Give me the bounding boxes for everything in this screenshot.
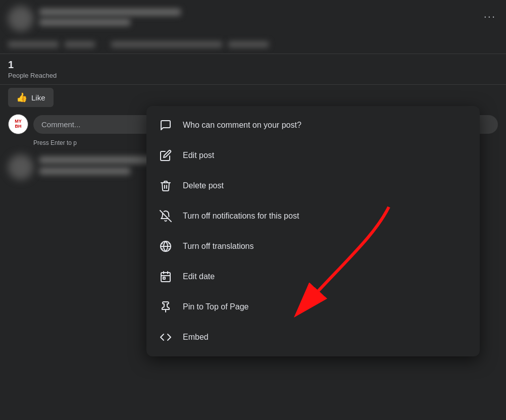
- menu-item-edit-date[interactable]: Edit date: [146, 261, 480, 292]
- blur-subline-4: [228, 41, 269, 47]
- blur-sub-line: [39, 19, 130, 26]
- menu-item-delete-post[interactable]: Delete post: [146, 171, 480, 201]
- edit-icon: [157, 146, 175, 165]
- blur-subline-2: [65, 41, 95, 47]
- avatar: MY BH: [8, 114, 28, 134]
- blur-name-line: [39, 9, 181, 16]
- avatar-line2: BH: [15, 124, 22, 129]
- menu-label-who-can-comment: Who can comment on your post?: [183, 121, 301, 130]
- comment-placeholder: Comment...: [41, 120, 81, 129]
- blur-subline-3: [111, 41, 222, 47]
- menu-label-embed: Embed: [183, 333, 209, 342]
- menu-item-who-can-comment[interactable]: Who can comment on your post?: [146, 110, 480, 140]
- reach-label: People Reached: [8, 72, 498, 79]
- menu-label-edit-post: Edit post: [183, 151, 214, 160]
- menu-label-edit-date: Edit date: [183, 272, 215, 281]
- reach-count: 1: [8, 59, 498, 71]
- svg-rect-8: [163, 277, 165, 279]
- like-icon: 👍: [16, 92, 27, 103]
- header-text-area: [39, 9, 498, 29]
- menu-label-turn-off-notifications: Turn off notifications for this post: [183, 212, 299, 221]
- menu-item-edit-post[interactable]: Edit post: [146, 140, 480, 171]
- bottom-avatar-blur: [8, 154, 33, 180]
- menu-item-pin-to-top[interactable]: Pin to Top of Page: [146, 292, 480, 322]
- bottom-blur-line-2: [39, 168, 130, 175]
- globe-icon: [157, 237, 175, 255]
- post-header: ···: [0, 0, 506, 37]
- trash-icon: [157, 177, 175, 195]
- pin-icon: [157, 298, 175, 316]
- code-icon: [157, 328, 175, 346]
- menu-item-embed[interactable]: Embed: [146, 322, 480, 352]
- svg-rect-4: [161, 273, 170, 282]
- post-subheader: [0, 37, 506, 54]
- like-label: Like: [31, 93, 45, 102]
- menu-label-delete-post: Delete post: [183, 181, 224, 190]
- menu-label-turn-off-translations: Turn off translations: [183, 242, 254, 251]
- context-menu: Who can comment on your post? Edit post …: [146, 106, 480, 356]
- avatar-blur: [8, 6, 33, 31]
- comment-icon: [157, 116, 175, 134]
- menu-label-pin-to-top: Pin to Top of Page: [183, 302, 248, 311]
- blur-subline-1: [8, 41, 59, 47]
- bell-off-icon: [157, 207, 175, 225]
- menu-item-turn-off-notifications[interactable]: Turn off notifications for this post: [146, 201, 480, 231]
- svg-line-0: [160, 211, 171, 222]
- stats-area: 1 People Reached: [0, 54, 506, 84]
- calendar-icon: [157, 268, 175, 286]
- like-button[interactable]: 👍 Like: [8, 88, 54, 107]
- more-options-dots[interactable]: ···: [484, 10, 496, 23]
- menu-item-turn-off-translations[interactable]: Turn off translations: [146, 231, 480, 261]
